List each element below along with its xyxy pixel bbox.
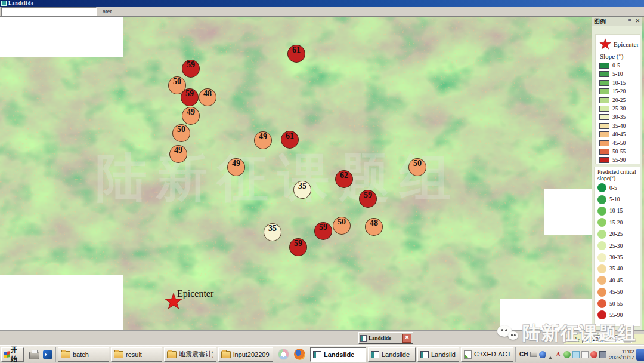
- slope-class-label: 50-55: [612, 149, 626, 155]
- critical-legend-row: 0-5: [597, 182, 640, 193]
- tray-icons: [530, 351, 606, 358]
- critical-class-swatch: [597, 288, 606, 297]
- epicenter-label: Epicenter: [177, 288, 213, 299]
- legend-panel-title: 图例: [594, 17, 628, 26]
- critical-class-swatch: [597, 299, 606, 308]
- slope-marker[interactable]: 59: [182, 60, 200, 78]
- slope-class-label: 35-40: [612, 123, 626, 129]
- start-button[interactable]: 开始: [1, 347, 24, 362]
- close-icon[interactable]: ✕: [635, 19, 640, 24]
- slope-legend-row: 25-30: [599, 104, 640, 113]
- slope-marker[interactable]: 59: [289, 238, 307, 256]
- slope-marker[interactable]: 50: [172, 124, 190, 142]
- slope-marker[interactable]: 35: [293, 181, 311, 199]
- critical-class-label: 20-25: [609, 231, 623, 237]
- slope-marker[interactable]: 61: [287, 45, 305, 63]
- slope-class-swatch: [599, 106, 609, 112]
- slope-marker[interactable]: 49: [227, 158, 245, 176]
- slope-class-label: 10-15: [612, 80, 626, 86]
- flag-tray-icon[interactable]: [581, 351, 589, 358]
- red-a-tray-icon[interactable]: [555, 351, 562, 358]
- critical-legend-row: 20-25: [597, 229, 640, 240]
- mini-window[interactable]: Landslide ✕: [358, 332, 413, 344]
- slope-marker[interactable]: 50: [333, 217, 351, 235]
- network-tray-icon[interactable]: [539, 351, 546, 358]
- brand-watermark-text: 陆新征课题组: [522, 321, 637, 346]
- critical-class-swatch: [597, 310, 606, 319]
- critical-class-swatch: [597, 195, 606, 204]
- critical-class-swatch: [597, 253, 606, 262]
- slope-class-swatch: [599, 157, 609, 163]
- cyan-square-tray-icon[interactable]: [572, 351, 580, 358]
- taskbar-button[interactable]: result: [111, 347, 162, 362]
- green-ball-tray-icon[interactable]: [564, 351, 571, 358]
- taskbar-button-label: batch: [73, 351, 89, 358]
- clock[interactable]: 11:02 2023/11/17: [609, 349, 634, 361]
- slope-class-label: 55-90: [612, 157, 626, 163]
- slope-marker[interactable]: 48: [365, 218, 383, 236]
- folder-icon: [167, 351, 177, 358]
- slope-class-swatch: [599, 149, 609, 155]
- red-ball-tray-icon[interactable]: [590, 351, 597, 358]
- printer-icon[interactable]: [29, 352, 39, 359]
- taskbar-button[interactable]: batch: [58, 347, 109, 362]
- windows-flag-icon: [4, 351, 10, 358]
- toolbar-combobox[interactable]: [1, 7, 97, 16]
- slope-class-label: 45-50: [612, 140, 626, 146]
- critical-class-label: 25-30: [609, 243, 623, 249]
- taskbar: 开始 batchresult地震震害计算程序...input2022091815…: [0, 345, 644, 363]
- critical-legend-row: 50-55: [597, 298, 640, 309]
- slope-marker[interactable]: 50: [408, 158, 426, 176]
- slope-marker[interactable]: 48: [199, 88, 216, 106]
- pin-icon[interactable]: [628, 19, 632, 24]
- window-titlebar[interactable]: Landslide: [0, 0, 644, 7]
- slope-marker[interactable]: 49: [254, 131, 272, 149]
- slope-marker[interactable]: 59: [181, 88, 199, 106]
- critical-class-label: 10-15: [609, 208, 623, 214]
- critical-legend-title: Predicted critical: [597, 169, 640, 176]
- floppy-tray-icon[interactable]: [599, 351, 606, 358]
- slope-class-label: 15-20: [612, 88, 626, 94]
- clock-date: 2023/11/17: [609, 355, 634, 361]
- circle-app-icon[interactable]: [278, 349, 289, 360]
- slope-marker[interactable]: 61: [281, 131, 299, 149]
- language-indicator[interactable]: CH: [519, 351, 528, 358]
- keyboard-tray-icon[interactable]: [530, 352, 537, 357]
- taskbar-mid-icons: [275, 349, 308, 360]
- app-icon: [420, 351, 429, 358]
- critical-legend-row: 35-40: [597, 263, 640, 275]
- taskbar-button[interactable]: input20220918153322: [218, 347, 273, 362]
- slope-marker[interactable]: 62: [335, 170, 353, 188]
- taskbar-button[interactable]: Landslide: [368, 347, 416, 362]
- slope-marker[interactable]: 49: [182, 107, 200, 125]
- arrow-tray-icon[interactable]: [548, 351, 553, 358]
- slope-class-swatch: [599, 80, 609, 86]
- legend-epicenter-label: Epicenter: [614, 41, 639, 48]
- map-view[interactable]: 陆新征课题组 615950485949504949614950623559504…: [0, 17, 644, 330]
- taskbar-button[interactable]: 地震震害计算程序...: [164, 347, 216, 362]
- taskbar-button[interactable]: Landslide: [417, 347, 459, 362]
- powershell-icon[interactable]: [43, 350, 52, 359]
- taskbar-button[interactable]: C:\XED-ACT\地震 ...: [461, 347, 513, 362]
- critical-legend-row: 40-45: [597, 275, 640, 286]
- desktop: Landslide ater 陆新征课题组 615950485949504949…: [0, 0, 644, 363]
- slope-class-swatch: [599, 114, 609, 120]
- firefox-icon[interactable]: [294, 349, 305, 360]
- slope-marker[interactable]: 59: [359, 190, 377, 208]
- critical-legend-row: 25-30: [597, 240, 640, 251]
- slope-legend-row: 50-55: [599, 147, 640, 156]
- critical-legend-title2: slope(°): [597, 176, 640, 182]
- start-label: 开始: [11, 346, 21, 363]
- critical-class-label: 55-90: [609, 312, 623, 318]
- critical-class-label: 40-45: [609, 278, 623, 284]
- show-desktop-icon[interactable]: [636, 349, 644, 361]
- slope-marker[interactable]: 59: [314, 222, 332, 240]
- slope-marker[interactable]: 35: [264, 223, 281, 241]
- mini-window-close-icon[interactable]: ✕: [402, 334, 411, 343]
- slope-class-swatch: [599, 88, 609, 94]
- clock-time: 11:02: [609, 349, 634, 355]
- slope-marker[interactable]: 49: [169, 145, 187, 163]
- taskbar-button[interactable]: Landslide: [310, 347, 366, 362]
- critical-class-swatch: [597, 218, 606, 227]
- critical-class-swatch: [597, 183, 606, 192]
